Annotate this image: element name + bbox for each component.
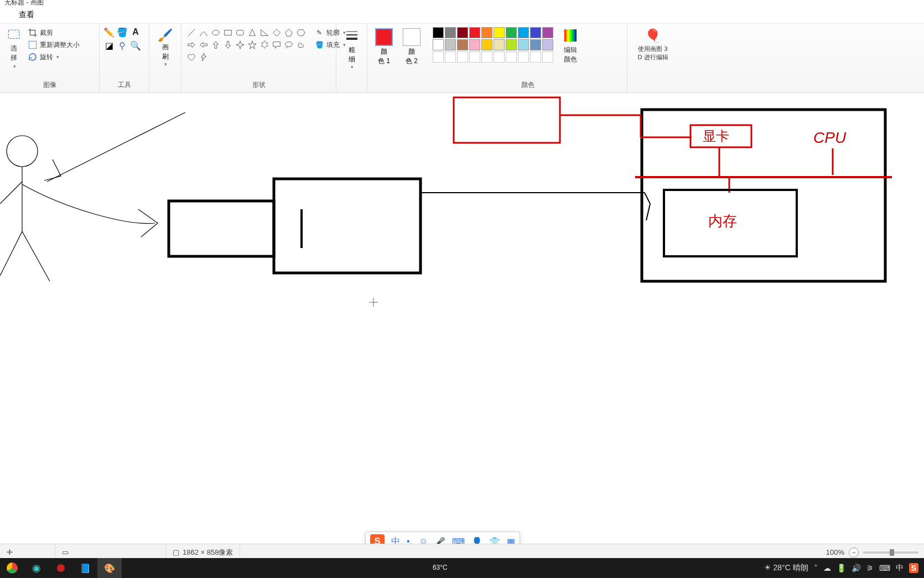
color-swatch[interactable] — [469, 51, 480, 63]
select-button[interactable]: 选 择▾ — [4, 27, 23, 70]
shape-diamond[interactable] — [271, 27, 282, 38]
color1-button[interactable]: 颜 色 1 — [373, 27, 395, 67]
shape-arrow-l[interactable] — [198, 39, 209, 50]
taskbar-paint-active[interactable]: 🎨 — [97, 558, 122, 578]
tray-wifi-icon[interactable]: ⚞ — [866, 564, 874, 572]
crop-icon — [28, 28, 38, 38]
eraser-tool[interactable]: ◪ — [104, 40, 114, 50]
color-swatch[interactable] — [542, 27, 553, 38]
shape-callout-oval[interactable] — [283, 39, 294, 50]
taskbar-edge[interactable]: ◉ — [24, 558, 49, 578]
shape-rect[interactable] — [222, 27, 233, 38]
shape-arrow-d[interactable] — [222, 39, 233, 50]
zoom-slider[interactable] — [863, 551, 918, 554]
svg-line-2 — [188, 29, 195, 37]
color-swatch[interactable] — [433, 39, 444, 50]
color-swatch[interactable] — [469, 27, 480, 38]
taskbar-chrome[interactable] — [0, 558, 24, 578]
color-swatch[interactable] — [481, 27, 492, 38]
tray-sogou-icon[interactable]: S — [909, 563, 918, 573]
color-swatch[interactable] — [481, 39, 492, 50]
color-swatch[interactable] — [530, 39, 541, 50]
color-swatch[interactable] — [542, 51, 553, 63]
tray-battery-icon[interactable]: 🔋 — [837, 564, 846, 572]
shape-oval[interactable] — [210, 27, 221, 38]
color-swatch[interactable] — [506, 51, 517, 63]
shape-callout-rect[interactable] — [271, 39, 282, 50]
tray-volume-icon[interactable]: 🔊 — [852, 564, 861, 572]
shape-pentagon[interactable] — [283, 27, 294, 38]
thickness-button[interactable]: 粗 细▾ — [340, 27, 364, 71]
rotate-button[interactable]: 旋转▾ — [27, 51, 81, 63]
shape-curve[interactable] — [198, 27, 209, 38]
shape-lightning[interactable] — [198, 51, 209, 63]
color-swatch[interactable] — [445, 27, 456, 38]
color-swatch[interactable] — [494, 39, 505, 50]
paint3d-button[interactable]: 🎈 使用画图 3 D 进行编辑 — [636, 27, 671, 63]
color-swatch[interactable] — [469, 39, 480, 50]
group-label-shapes: 形状 — [181, 80, 336, 92]
color-swatch[interactable] — [494, 27, 505, 38]
tray-onedrive-icon[interactable]: ☁ — [823, 564, 831, 572]
tray-ime-icon[interactable]: ⌨ — [879, 564, 890, 572]
picker-tool[interactable]: ⚲ — [117, 40, 127, 50]
taskbar-notepad[interactable]: 📘 — [73, 558, 97, 578]
shapes-gallery[interactable] — [186, 27, 307, 63]
shape-roundrect[interactable] — [235, 27, 246, 38]
brush-icon: 🖌️ — [158, 28, 173, 43]
color-swatch[interactable] — [457, 51, 468, 63]
crop-button[interactable]: 裁剪 — [27, 27, 81, 38]
color-swatch[interactable] — [494, 51, 505, 63]
shape-star4[interactable] — [235, 39, 246, 50]
magnifier-tool[interactable]: 🔍 — [131, 40, 141, 50]
color-swatch[interactable] — [481, 51, 492, 63]
shape-star5[interactable] — [247, 39, 258, 50]
shape-arrow-u[interactable] — [210, 39, 221, 50]
color-swatch[interactable] — [506, 39, 517, 50]
color-swatch[interactable] — [530, 51, 541, 63]
svg-rect-31 — [454, 97, 560, 143]
shape-polygon[interactable] — [247, 27, 258, 38]
color2-button[interactable]: 颜 色 2 — [401, 27, 423, 67]
bucket-tool[interactable]: 🪣 — [117, 27, 127, 37]
label-memory: 内存 — [708, 213, 737, 229]
shape-hexagon[interactable] — [295, 27, 307, 38]
color-swatch[interactable] — [542, 39, 553, 50]
tray-cpu-temp[interactable]: 63°C — [433, 564, 448, 571]
shape-callout-cloud[interactable] — [295, 39, 307, 50]
color-swatch[interactable] — [433, 27, 444, 38]
svg-rect-0 — [8, 30, 19, 38]
color-swatch[interactable] — [518, 39, 529, 50]
brush-button[interactable]: 🖌️ 画 刷▾ — [153, 27, 177, 68]
zoom-out-button[interactable]: − — [849, 548, 859, 558]
tray-chevron-icon[interactable]: ˄ — [814, 564, 818, 572]
canvas[interactable]: 显卡 CPU 内存 — [0, 93, 924, 481]
shape-line[interactable] — [186, 27, 197, 38]
text-tool[interactable]: A — [131, 27, 141, 37]
color-swatch[interactable] — [506, 27, 517, 38]
color-swatch[interactable] — [457, 39, 468, 50]
color-swatch[interactable] — [530, 27, 541, 38]
edit-colors-button[interactable]: 编辑 颜色 — [561, 27, 580, 65]
pencil-tool[interactable]: ✏️ — [104, 27, 114, 37]
shape-star6[interactable] — [259, 39, 270, 50]
tab-view[interactable]: 查看 — [11, 8, 42, 22]
svg-point-14 — [285, 42, 293, 47]
shape-arrow-r[interactable] — [186, 39, 197, 50]
color-swatch[interactable] — [457, 27, 468, 38]
svg-marker-8 — [273, 29, 281, 37]
svg-line-24 — [0, 182, 22, 204]
shape-triangle[interactable] — [259, 27, 270, 38]
color-swatch[interactable] — [445, 51, 456, 63]
group-label-colors: 颜色 — [428, 80, 627, 92]
color-swatch[interactable] — [518, 27, 529, 38]
tray-weather[interactable]: ☀ 28°C 晴朗 — [764, 563, 808, 573]
resize-button[interactable]: 重新调整大小 — [27, 39, 81, 50]
taskbar-app-red[interactable] — [49, 558, 73, 578]
color-swatch[interactable] — [433, 51, 444, 63]
color-swatch[interactable] — [445, 39, 456, 50]
shape-heart[interactable] — [186, 51, 197, 63]
tray-lang[interactable]: 中 — [896, 563, 904, 573]
color-swatch[interactable] — [518, 51, 529, 63]
color-palette[interactable] — [433, 27, 553, 63]
